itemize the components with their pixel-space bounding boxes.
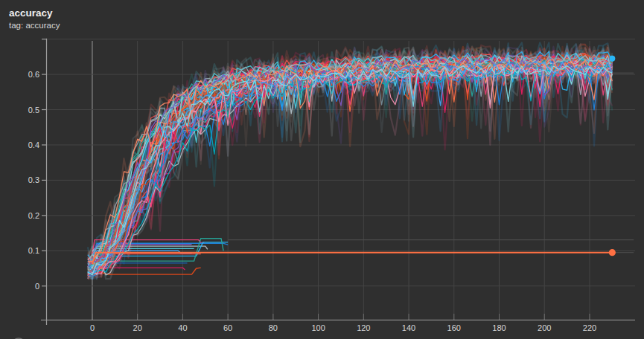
- y-axis: 00.10.20.30.40.50.6: [28, 70, 46, 291]
- x-tick-label: 220: [583, 323, 596, 332]
- chart-subtitle: tag: accuracy: [9, 21, 60, 30]
- run-end-dot[interactable]: [609, 249, 616, 256]
- chart-header: accuracy tag: accuracy: [9, 7, 60, 30]
- y-tick-label: 0.3: [28, 175, 39, 184]
- y-tick-label: 0.1: [28, 246, 39, 255]
- y-tick-label: 0.5: [28, 106, 39, 114]
- x-tick-label: 100: [311, 323, 325, 332]
- x-axis: 020406080100120140160180200220: [90, 314, 596, 332]
- run-end-dot[interactable]: [609, 56, 615, 62]
- y-tick-label: 0: [35, 282, 39, 291]
- chart-title: accuracy: [9, 7, 60, 19]
- x-tick-label: 80: [269, 323, 278, 332]
- x-tick-label: 140: [402, 323, 415, 332]
- run-lines: [88, 42, 634, 279]
- x-tick-label: 60: [223, 323, 232, 332]
- y-tick-label: 0.2: [28, 211, 39, 220]
- accuracy-line-chart[interactable]: 00.10.20.30.40.50.6020406080100120140160…: [0, 0, 644, 339]
- x-tick-label: 120: [357, 323, 370, 332]
- x-tick-label: 200: [538, 323, 551, 332]
- x-tick-label: 20: [133, 323, 142, 332]
- x-tick-label: 180: [492, 323, 506, 332]
- y-tick-label: 0.4: [28, 141, 39, 149]
- y-tick-label: 0.6: [28, 70, 39, 79]
- x-tick-label: 40: [178, 323, 187, 332]
- x-tick-label: 160: [447, 323, 461, 332]
- x-tick-label: 0: [90, 323, 95, 332]
